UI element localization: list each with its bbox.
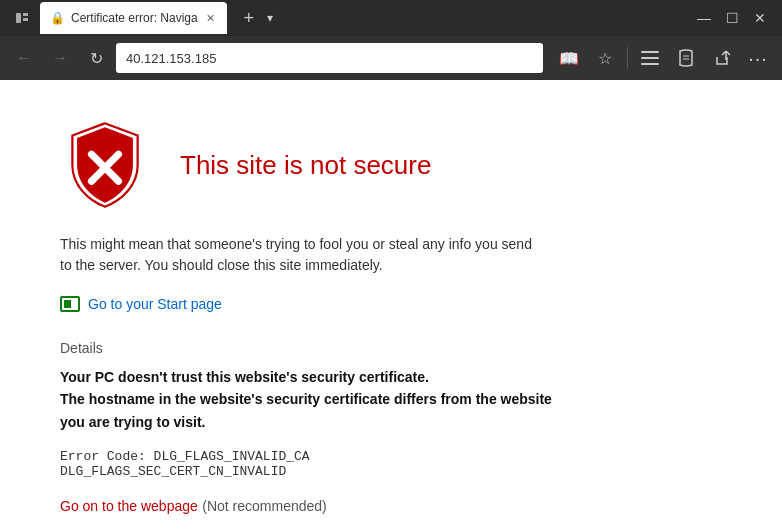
svg-rect-0 — [16, 13, 21, 23]
error-title: This site is not secure — [180, 150, 431, 181]
svg-rect-1 — [23, 13, 28, 16]
tab-favicon: 🔒 — [50, 11, 65, 25]
home-icon — [60, 296, 80, 312]
svg-rect-4 — [641, 57, 659, 59]
svg-rect-2 — [23, 18, 28, 21]
page-content: This site is not secure This might mean … — [0, 80, 782, 530]
error-header: This site is not secure — [60, 120, 722, 210]
forward-button[interactable]: → — [44, 42, 76, 74]
nav-tools: 📖 ☆ — [553, 42, 774, 74]
minimize-button[interactable]: — — [690, 4, 718, 32]
shield-icon — [60, 120, 150, 210]
maximize-button[interactable]: ☐ — [718, 4, 746, 32]
new-tab-button[interactable]: + — [235, 4, 263, 32]
nav-bar: ← → ↻ 40.121.153.185 📖 ☆ — [0, 36, 782, 80]
browser-chrome: 🔒 Certificate error: Naviga ✕ + ▾ — ☐ ✕ … — [0, 0, 782, 80]
close-window-button[interactable]: ✕ — [746, 4, 774, 32]
tab-bar: 🔒 Certificate error: Naviga ✕ + ▾ — ☐ ✕ — [0, 0, 782, 36]
start-page-link-container: Go to your Start page — [60, 296, 722, 312]
notes-button[interactable] — [670, 42, 702, 74]
details-label: Details — [60, 340, 722, 356]
active-tab[interactable]: 🔒 Certificate error: Naviga ✕ — [40, 2, 227, 34]
svg-rect-11 — [64, 300, 71, 308]
start-page-button[interactable]: Go to your Start page — [88, 296, 222, 312]
sidebar-toggle-button[interactable] — [8, 4, 36, 32]
error-code: Error Code: DLG_FLAGS_INVALID_CA DLG_FLA… — [60, 449, 722, 479]
more-button[interactable]: ··· — [742, 42, 774, 74]
details-section: Details Your PC doesn't trust this websi… — [60, 340, 722, 515]
back-button[interactable]: ← — [8, 42, 40, 74]
nav-divider — [627, 47, 628, 69]
share-button[interactable] — [706, 42, 738, 74]
tab-close-button[interactable]: ✕ — [204, 10, 217, 27]
hub-button[interactable] — [634, 42, 666, 74]
svg-rect-3 — [641, 51, 659, 53]
error-description: This might mean that someone's trying to… — [60, 234, 540, 276]
refresh-button[interactable]: ↻ — [80, 42, 112, 74]
go-on-link[interactable]: Go on to the webpage — [60, 498, 198, 514]
not-recommended-text: (Not recommended) — [202, 498, 327, 514]
go-on-link-container: Go on to the webpage (Not recommended) — [60, 497, 722, 515]
details-body: Your PC doesn't trust this website's sec… — [60, 366, 560, 433]
favorites-button[interactable]: ☆ — [589, 42, 621, 74]
svg-rect-5 — [641, 63, 659, 65]
tab-dropdown-button[interactable]: ▾ — [267, 11, 273, 25]
reader-view-button[interactable]: 📖 — [553, 42, 585, 74]
address-bar[interactable]: 40.121.153.185 — [116, 43, 543, 73]
tab-title: Certificate error: Naviga — [71, 11, 198, 25]
